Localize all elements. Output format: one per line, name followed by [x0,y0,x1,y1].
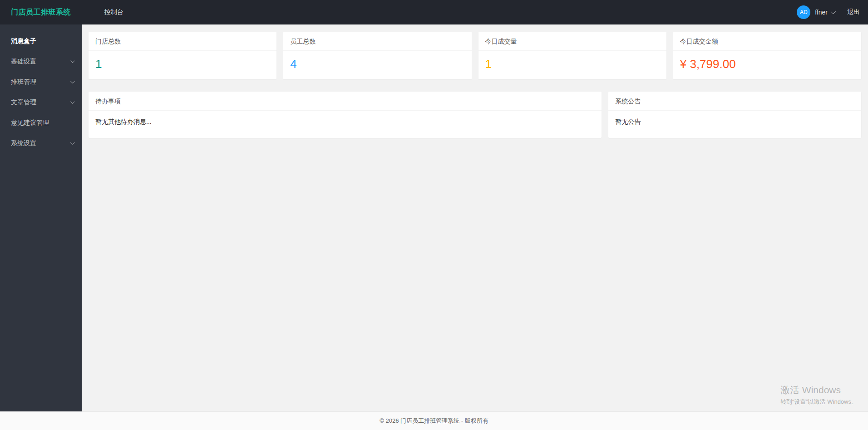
sidebar-item-message-box[interactable]: 消息盒子 [0,31,82,51]
stat-card-total-employees: 员工总数 4 [283,32,471,79]
sidebar-item-label: 意见建议管理 [11,119,49,127]
stat-card-value: 4 [290,57,464,71]
stat-card-value: 1 [95,57,270,71]
header-user-area: AD ffner 退出 [797,5,860,19]
stat-card-title: 今日成交金额 [673,32,861,51]
sidebar-item-label: 基础设置 [11,58,36,66]
stat-card-today-transactions: 今日成交量 1 [478,32,666,79]
watermark-title: 激活 Windows [780,384,857,396]
stat-card-today-amount: 今日成交金额 ¥ 3,799.00 [673,32,861,79]
todo-panel-body: 暂无其他待办消息... [89,111,602,138]
notice-panel-title: 系统公告 [608,92,861,111]
sidebar-item-label: 排班管理 [11,78,36,86]
sidebar-item-label: 系统设置 [11,139,36,147]
todo-panel: 待办事项 暂无其他待办消息... [89,92,602,138]
top-header: 门店员工排班系统 控制台 AD ffner 退出 [0,0,868,24]
avatar[interactable]: AD [797,5,810,19]
main-content: 门店总数 1 员工总数 4 今日成交量 1 [82,24,868,411]
stat-card-value: ¥ 3,799.00 [680,57,854,71]
todo-panel-title: 待办事项 [89,92,602,111]
username-label: ffner [815,9,828,16]
sidebar: 消息盒子 基础设置 排班管理 文章管理 意见建议管理 系统设置 [0,24,82,411]
windows-activation-watermark: 激活 Windows 转到“设置”以激活 Windows。 [780,384,857,406]
sidebar-item-feedback-management[interactable]: 意见建议管理 [0,112,82,133]
chevron-down-icon [70,99,75,104]
sidebar-item-schedule-management[interactable]: 排班管理 [0,72,82,92]
body-row: 消息盒子 基础设置 排班管理 文章管理 意见建议管理 系统设置 [0,24,868,411]
page-footer: © 2026 门店员工排班管理系统 - 版权所有 [0,411,868,430]
chevron-down-icon [70,140,75,145]
logout-button[interactable]: 退出 [847,8,860,16]
brand-logo[interactable]: 门店员工排班系统 [0,8,82,17]
stat-card-row: 门店总数 1 员工总数 4 今日成交量 1 [89,32,861,79]
sidebar-item-article-management[interactable]: 文章管理 [0,92,82,112]
user-menu-trigger[interactable]: ffner [815,9,834,16]
chevron-down-icon [70,59,75,63]
stat-card-total-stores: 门店总数 1 [89,32,276,79]
top-nav: 控制台 [96,0,132,24]
chevron-down-icon [831,9,836,14]
notice-panel-body: 暂无公告 [608,111,861,138]
sidebar-item-system-settings[interactable]: 系统设置 [0,133,82,153]
notice-panel: 系统公告 暂无公告 [608,92,861,138]
sidebar-item-basic-settings[interactable]: 基础设置 [0,51,82,72]
app-layout: 门店员工排班系统 控制台 AD ffner 退出 消息盒子 基础设置 排班管理 [0,0,868,430]
nav-item-console[interactable]: 控制台 [96,0,132,24]
stat-card-value: 1 [485,57,660,71]
watermark-subtitle: 转到“设置”以激活 Windows。 [780,398,857,406]
chevron-down-icon [70,79,75,83]
stat-card-title: 今日成交量 [478,32,666,51]
stat-card-title: 门店总数 [89,32,276,51]
copyright-text: © 2026 门店员工排班管理系统 - 版权所有 [380,417,488,425]
stat-card-title: 员工总数 [283,32,471,51]
panel-row: 待办事项 暂无其他待办消息... 系统公告 暂无公告 [89,92,861,138]
sidebar-item-label: 消息盒子 [11,37,36,45]
sidebar-item-label: 文章管理 [11,98,36,107]
